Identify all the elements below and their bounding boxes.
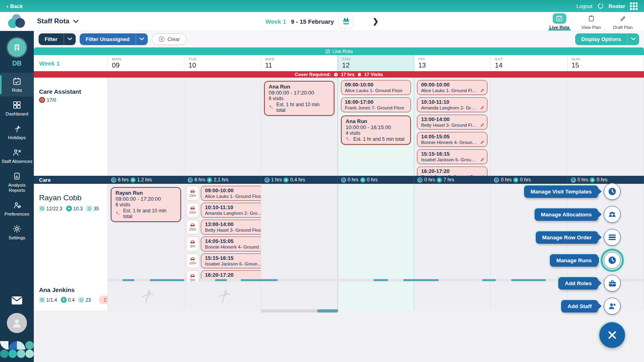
- sidebar-item-staff-absences[interactable]: Staff Absences: [0, 144, 34, 168]
- ana-cell-fri[interactable]: [414, 282, 491, 311]
- arrow-right-icon: [598, 234, 602, 241]
- visit-card[interactable]: 15:15-16:15 Issabel Jackson 6- Ground Fl…: [417, 149, 487, 164]
- day-header-sun[interactable]: SUN15: [568, 55, 644, 71]
- date-range: 9 - 15 February: [291, 18, 334, 25]
- run-card[interactable]: Rayan Run 09:00:00 - 17:20:00 6 visits E…: [111, 187, 181, 222]
- rota-calendar-icon: [12, 76, 21, 86]
- visit-card[interactable]: 10:10-11:10 Amanda Langhorn 2- Groun...: [417, 97, 487, 112]
- plus-icon: +: [61, 297, 67, 303]
- page-title: Staff Rota: [37, 17, 69, 25]
- visit-card[interactable]: 16:20-17:20 Frank Jones 7- Ground Floor: [417, 167, 487, 176]
- manage-allocations-button[interactable]: Manage Allocations: [535, 208, 598, 221]
- day-header-tue[interactable]: TUE10: [184, 55, 261, 71]
- day-header-sat[interactable]: SAT14: [491, 55, 567, 71]
- visit-card[interactable]: 14:05-15:05Bonnie Hinnerk 4- Ground ...: [201, 237, 261, 251]
- sidebar-item-rota[interactable]: Rota: [0, 73, 34, 97]
- app-title-dropdown[interactable]: Staff Rota: [37, 17, 78, 25]
- ana-cell-mon-holiday[interactable]: [108, 282, 184, 311]
- day-header-wed[interactable]: WED11: [261, 55, 338, 71]
- tab-view-plan[interactable]: View Plan: [581, 12, 601, 31]
- palm-tree-icon: [137, 287, 155, 305]
- sidebar-item-analysis-reports[interactable]: Analysis Reports: [0, 168, 34, 197]
- next-week-button[interactable]: ❯: [373, 17, 379, 26]
- clock-icon: [334, 72, 338, 77]
- ana-cell-wed[interactable]: [261, 282, 338, 311]
- visit-card[interactable]: 09:00-10:00 Alice Lauks 1- Ground Floor: [417, 80, 487, 95]
- logout-icon[interactable]: [597, 3, 604, 9]
- ana-cell-tue-holiday[interactable]: [184, 282, 261, 311]
- rayan-cell-mon[interactable]: Rayan Run 09:00:00 - 17:20:00 6 visits E…: [108, 184, 184, 282]
- manage-visit-templates-button[interactable]: Manage Visit Templates: [524, 185, 598, 198]
- unassigned-cell-sat[interactable]: [491, 78, 567, 176]
- messages-button[interactable]: [11, 296, 23, 305]
- tab-live-rota[interactable]: Live Rota: [549, 12, 570, 31]
- logout-button[interactable]: Logout: [576, 3, 592, 9]
- manage-row-order-icon-button[interactable]: [604, 229, 621, 246]
- manage-row-order-button[interactable]: Manage Row Order: [536, 231, 598, 244]
- visit-card[interactable]: 16:00-17:00 Frank Jones 7- Ground Floor: [341, 97, 411, 112]
- filter-button[interactable]: Filter: [39, 33, 76, 45]
- pencil-icon[interactable]: [480, 157, 485, 162]
- sidebar-item-holidays[interactable]: Holidays: [0, 120, 34, 144]
- run-card[interactable]: Ana Run 09:00:00 - 17:20:00 6 visits Est…: [264, 81, 334, 116]
- rayan-cell-wed[interactable]: [261, 184, 338, 282]
- visit-card[interactable]: 09:00-10:00Alice Lauks 1- Ground Floor: [201, 186, 261, 201]
- manage-runs-button[interactable]: Manage Runs: [550, 254, 598, 267]
- pencil-icon[interactable]: [480, 88, 485, 93]
- run-card[interactable]: Ana Run 10:00:00 - 16:15:00 4 visits Est…: [341, 115, 411, 145]
- manage-visit-templates-icon-button[interactable]: [604, 183, 621, 200]
- pencil-icon[interactable]: [480, 140, 485, 144]
- add-staff-icon-button[interactable]: [604, 298, 621, 315]
- display-options-caret-icon[interactable]: [627, 33, 639, 45]
- gear-icon: [12, 224, 21, 234]
- add-roles-icon-button[interactable]: [604, 275, 621, 292]
- scrollbar-thumb[interactable]: [317, 309, 338, 313]
- sidebar-item-preferences[interactable]: Preferences: [0, 197, 34, 220]
- add-roles-button[interactable]: Add Roles: [558, 277, 598, 290]
- ana-cell-thu[interactable]: [338, 282, 414, 311]
- unassigned-cell-wed[interactable]: Ana Run 09:00:00 - 17:20:00 6 visits Est…: [261, 78, 338, 176]
- visit-card[interactable]: 10:10-11:10Amanda Langhorn 2- Gro...: [201, 203, 261, 218]
- filter-caret-icon[interactable]: [64, 33, 76, 45]
- pencil-icon[interactable]: [480, 105, 485, 110]
- organisation-avatar[interactable]: [8, 38, 26, 57]
- visit-card[interactable]: 14:05-15:05 Bonnie Hinnerk 4- Ground Fl.…: [417, 132, 487, 147]
- travel-time-chip: 5m: [186, 237, 199, 251]
- date-picker-button[interactable]: [339, 14, 353, 29]
- display-options-button[interactable]: Display Options: [575, 33, 639, 45]
- roster-link[interactable]: Roster: [609, 3, 625, 9]
- unassigned-cell-fri[interactable]: 09:00-10:00 Alice Lauks 1- Ground Floor …: [414, 78, 491, 176]
- close-icon: [607, 330, 617, 340]
- day-header-mon[interactable]: MON09: [108, 55, 184, 71]
- manage-allocations-icon-button[interactable]: [604, 206, 621, 223]
- visit-card[interactable]: 15:15-16:15Issabel Jackson 6- Groun...: [201, 253, 261, 268]
- palm-tree-icon: [12, 124, 21, 134]
- unassigned-cell-mon[interactable]: [108, 78, 184, 176]
- horizontal-scrollbar[interactable]: [261, 309, 338, 313]
- day-header-fri[interactable]: FRI13: [414, 55, 491, 71]
- apps-grid-icon[interactable]: [630, 2, 638, 10]
- rayan-cell-tue[interactable]: 15m 09:00-10:00Alice Lauks 1- Ground Flo…: [184, 184, 261, 282]
- back-button[interactable]: ‹ Back: [6, 3, 23, 9]
- manage-runs-icon-button[interactable]: [604, 252, 621, 269]
- day-header-thu[interactable]: THU12: [338, 55, 414, 71]
- sidebar-item-settings[interactable]: Settings: [0, 220, 34, 244]
- filter-unassigned-caret-icon[interactable]: [136, 33, 148, 45]
- rayan-cell-fri[interactable]: [414, 184, 491, 282]
- unassigned-cell-tue[interactable]: [184, 78, 261, 176]
- staff-stats: 12/22.3 +10.3 35: [39, 206, 103, 212]
- close-fab-menu-button[interactable]: [599, 322, 625, 348]
- user-avatar[interactable]: [7, 313, 27, 333]
- filter-unassigned-button[interactable]: Filter Unassigned: [80, 33, 148, 45]
- tab-draft-plan[interactable]: Draft Plan: [613, 12, 633, 31]
- add-staff-button[interactable]: Add Staff: [561, 300, 598, 313]
- visit-card[interactable]: 13:00-14:00 Betty Hasel 3- Ground Floor: [417, 115, 487, 130]
- visit-card[interactable]: 09:00-10:00 Alice Lauks 1- Ground Floor: [341, 80, 411, 95]
- unassigned-cell-thu[interactable]: 09:00-10:00 Alice Lauks 1- Ground Floor …: [338, 78, 414, 176]
- unassigned-cell-sun[interactable]: [568, 78, 644, 176]
- rayan-cell-thu[interactable]: [338, 184, 414, 282]
- visit-card[interactable]: 13:00-14:00Betty Hasel 3- Ground Floor: [201, 220, 261, 234]
- clear-filters-button[interactable]: Clear: [152, 33, 187, 45]
- sidebar-item-dashboard[interactable]: Dashboard: [0, 97, 34, 120]
- pencil-icon[interactable]: [480, 123, 485, 127]
